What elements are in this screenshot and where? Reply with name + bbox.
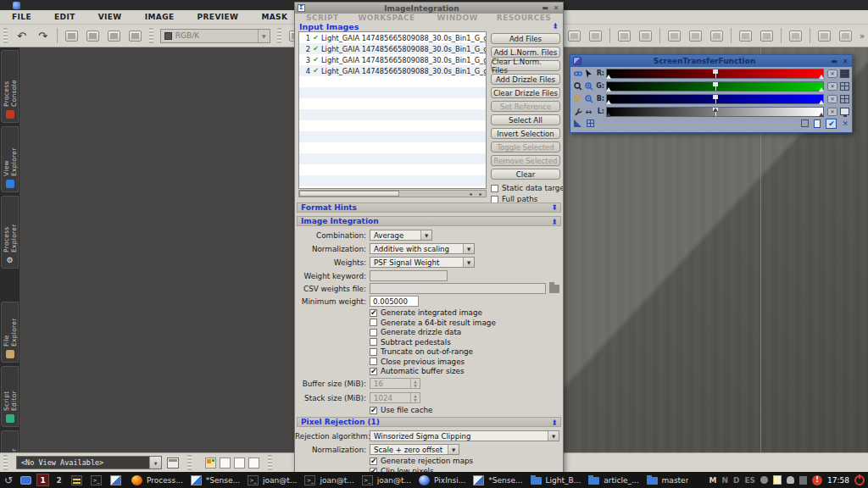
menu-file[interactable]: FILE: [12, 13, 31, 21]
menu-preview[interactable]: PREVIEW: [198, 13, 239, 21]
tray-paw-icon[interactable]: [760, 476, 768, 484]
task-terminal-1[interactable]: joan@t...: [243, 475, 297, 485]
window-undo-icon[interactable]: [589, 30, 602, 42]
truncate-out-of-range-checkbox[interactable]: Truncate on out-of-range: [370, 347, 473, 356]
enabled-check-icon[interactable]: ✔: [310, 56, 321, 64]
window-copy-icon[interactable]: [639, 30, 652, 42]
undo-icon[interactable]: ↶: [17, 30, 26, 42]
close-icon[interactable]: ✕: [841, 58, 849, 65]
shade-icon[interactable]: ▬: [830, 58, 838, 65]
weight-keyword-input[interactable]: [370, 270, 448, 281]
generate-rejection-maps-checkbox[interactable]: Generate rejection maps: [370, 457, 473, 465]
window-history-icon[interactable]: [568, 30, 581, 42]
package-manager-icon[interactable]: [71, 475, 82, 485]
workspace-thumbnail-3[interactable]: [234, 458, 245, 469]
text-editor-icon[interactable]: [110, 475, 121, 485]
new-instance-icon[interactable]: [801, 119, 809, 127]
minimum-weight-input[interactable]: 0.005000: [370, 296, 419, 307]
generate-integrated-image-checkbox[interactable]: Generate integrated image: [370, 308, 482, 317]
file-row[interactable]: 3 ✔ Light_GAIA 147485665809088_30.0s_Bin…: [299, 54, 486, 65]
toolbar-drag-handle[interactable]: [149, 28, 153, 43]
stf-blue-gradient[interactable]: [606, 94, 824, 104]
add-drizzle-files-button[interactable]: Add Drizzle Files: [491, 74, 560, 85]
tray-status-icon[interactable]: [799, 476, 807, 485]
sidebar-item-script-editor[interactable]: Script Editor: [1, 366, 19, 427]
gesture-icon[interactable]: ↺: [4, 474, 13, 486]
execute-icon[interactable]: ✔: [826, 119, 837, 129]
browse-documentation-icon[interactable]: [814, 119, 821, 128]
expand-icon[interactable]: ▼▼: [553, 205, 556, 211]
shade-icon[interactable]: ▬: [541, 4, 549, 12]
grid-snap-icon[interactable]: [587, 119, 594, 127]
edit-green-parameters-icon[interactable]: [840, 82, 849, 91]
file-name[interactable]: Light_GAIA 147485665809088_30.0s_Bin1_G_…: [321, 34, 486, 42]
workspace-thumbnail-4[interactable]: [248, 458, 259, 469]
clear-button[interactable]: Clear: [491, 169, 560, 180]
black-point-mode-icon[interactable]: [574, 119, 581, 127]
task-folder-article[interactable]: article_...: [584, 475, 638, 485]
set-reference-button[interactable]: Set Reference: [491, 101, 560, 112]
checkbox-box[interactable]: [370, 309, 377, 317]
channel-selector[interactable]: RGB/K ▼: [160, 29, 270, 43]
window-mask-icon[interactable]: [668, 30, 681, 42]
stack-size-stepper[interactable]: 1024 ▲▼: [370, 392, 420, 403]
weights-select[interactable]: PSF Signal Weight ▼: [370, 257, 475, 268]
file-row[interactable]: 1 ✔ Light_GAIA 147485665809088_30.0s_Bin…: [299, 32, 486, 43]
terminal-icon[interactable]: [91, 475, 102, 485]
view-selector[interactable]: <No View Available> ▼: [16, 456, 162, 469]
bottombar-drag-handle[interactable]: [3, 455, 8, 470]
horizontal-scrollbar[interactable]: ◂ ▸: [298, 190, 487, 197]
enabled-check-icon[interactable]: ✔: [310, 67, 321, 75]
window-shade-icon[interactable]: [789, 30, 802, 42]
checkbox-box[interactable]: [370, 319, 377, 326]
rename-view-icon[interactable]: [65, 30, 78, 42]
window-split-icon[interactable]: [618, 30, 631, 42]
csv-weights-input[interactable]: [370, 283, 546, 294]
collapse-icon[interactable]: ▲▲: [553, 219, 556, 225]
add-files-button[interactable]: Add Files: [491, 33, 560, 44]
toggle-selected-button[interactable]: Toggle Selected: [491, 141, 560, 152]
checkbox-box[interactable]: [370, 348, 377, 356]
window-mask-show-icon[interactable]: [689, 30, 702, 42]
clock[interactable]: 17:58: [827, 476, 849, 485]
static-data-targets-checkbox[interactable]: Static data targets: [491, 184, 560, 192]
reset-lum-icon[interactable]: ✕: [827, 108, 837, 116]
image-integration-section[interactable]: Image Integration ▲▲: [297, 216, 561, 226]
window-tile-icon[interactable]: [818, 30, 831, 42]
browse-folder-icon[interactable]: [549, 285, 559, 293]
use-file-cache-checkbox[interactable]: Use file cache: [370, 406, 432, 414]
file-name[interactable]: Light_GAIA 147485665809088_30.0s_Bin1_G_…: [321, 56, 486, 64]
clipboard-icon[interactable]: [773, 475, 782, 485]
file-row[interactable]: 2 ✔ Light_GAIA 147485665809088_30.0s_Bin…: [299, 43, 486, 54]
iconize-image-icon[interactable]: [129, 30, 142, 42]
bottombar-drag-handle[interactable]: [268, 455, 272, 470]
cursor-icon[interactable]: [584, 69, 593, 78]
show-desktop-icon[interactable]: [20, 476, 31, 485]
checkbox-box[interactable]: [370, 368, 377, 375]
buffer-size-stepper[interactable]: 16 ▲▼: [370, 378, 420, 389]
tray-indicator-m[interactable]: M: [709, 476, 716, 485]
task-editor-sense-2[interactable]: *Sense...: [469, 475, 522, 485]
checkbox-box[interactable]: [370, 329, 377, 336]
input-images-list[interactable]: 1 ✔ Light_GAIA 147485665809088_30.0s_Bin…: [298, 31, 487, 189]
scrollbar-thumb[interactable]: [299, 191, 399, 197]
select-all-button[interactable]: Select All: [491, 114, 560, 125]
alert-icon[interactable]: !: [812, 475, 822, 485]
file-name[interactable]: Light_GAIA 147485665809088_30.0s_Bin1_G_…: [321, 67, 486, 75]
workspace-1-button[interactable]: 1: [36, 474, 49, 486]
auto-stretch-icon[interactable]: ☢: [573, 94, 582, 103]
screen-display-icon[interactable]: [840, 108, 849, 115]
horizontal-resize-icon[interactable]: ↔: [584, 107, 593, 116]
task-folder-light[interactable]: Light_B...: [526, 475, 581, 485]
toolbar-drag-handle[interactable]: [3, 28, 8, 43]
generate-drizzle-data-checkbox[interactable]: Generate drizzle data: [370, 328, 461, 336]
collapse-icon[interactable]: ▲▲: [553, 419, 556, 425]
rejection-normalization-select[interactable]: Scale + zero offset ▼: [370, 444, 459, 455]
sidebar-item-view-explorer[interactable]: View Explorer: [1, 126, 19, 192]
power-icon[interactable]: [854, 475, 865, 485]
redo-icon[interactable]: ↷: [38, 30, 47, 42]
automatic-buffer-sizes-checkbox[interactable]: Automatic buffer sizes: [370, 367, 465, 375]
sidebar-item-file-explorer[interactable]: File Explorer: [1, 302, 19, 363]
task-editor-sense[interactable]: *Sense...: [186, 475, 240, 485]
dialog-titlebar[interactable]: Σ ImageIntegration ▬ ✕: [295, 3, 563, 14]
